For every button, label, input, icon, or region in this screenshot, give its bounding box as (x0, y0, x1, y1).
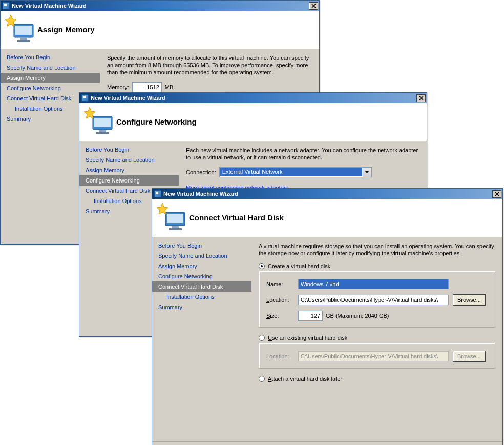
connection-dropdown[interactable]: External Virtual Network (219, 167, 372, 177)
wizard-header: Connect Virtual Hard Disk (152, 199, 502, 237)
step-summary[interactable]: Summary (152, 302, 251, 312)
create-vhd-group: Name: Location: Browse... Size: GB (Maxi… (259, 271, 495, 328)
memory-input[interactable] (132, 82, 162, 92)
step-configure-networking[interactable]: Configure Networking (152, 271, 251, 281)
wizard-icon (156, 203, 186, 232)
step-specify-name[interactable]: Specify Name and Location (79, 155, 179, 165)
radio-icon (259, 263, 265, 269)
wizard-header: Configure Networking (79, 103, 427, 141)
page-title: Assign Memory (37, 25, 95, 34)
existing-location-label: Location: (266, 353, 298, 359)
wizard-steps: Before You Begin Specify Name and Locati… (152, 237, 251, 441)
connection-label: onnection: (190, 169, 216, 175)
browse-button-disabled: Browse... (453, 351, 486, 362)
step-description: Specify the amount of memory to allocate… (107, 54, 312, 76)
wizard-icon (5, 15, 34, 44)
wizard-footer: < Previous Next > Finish Cancel (152, 441, 502, 445)
page-title: Connect Virtual Hard Disk (189, 213, 284, 222)
memory-label: emory: (112, 84, 129, 90)
step-configure-networking[interactable]: Configure Networking (79, 175, 179, 186)
existing-location-input (298, 351, 449, 361)
radio-existing-vhd[interactable]: Use an existing virtual hard disk (259, 335, 495, 341)
vhd-location-input[interactable] (298, 295, 449, 305)
step-description: Each new virtual machine includes a netw… (186, 147, 419, 161)
radio-later-label: ttach a virtual hard disk later (271, 376, 342, 382)
step-before-you-begin[interactable]: Before You Begin (152, 240, 251, 251)
wizard-window-vhd: New Virtual Machine Wizard Connect Virtu… (152, 188, 503, 445)
connection-value: External Virtual Network (220, 168, 362, 176)
memory-unit: MB (165, 84, 174, 90)
window-title: New Virtual Machine Wizard (91, 95, 416, 101)
step-assign-memory[interactable]: Assign Memory (1, 73, 100, 83)
radio-existing-label: se an existing virtual hard disk (272, 335, 347, 341)
radio-create-vhd[interactable]: Create a virtual hard disk (259, 263, 495, 269)
radio-icon (259, 376, 265, 382)
page-title: Configure Networking (116, 117, 197, 126)
window-title: New Virtual Machine Wizard (12, 3, 309, 9)
window-title: New Virtual Machine Wizard (163, 191, 492, 197)
titlebar[interactable]: New Virtual Machine Wizard (152, 189, 502, 199)
wizard-icon (83, 107, 113, 136)
step-connect-vhd[interactable]: Connect Virtual Hard Disk (152, 281, 251, 292)
chevron-down-icon[interactable] (363, 168, 371, 177)
app-icon (3, 2, 10, 9)
size-unit: GB (Maximum: 2040 GB) (326, 313, 389, 319)
titlebar[interactable]: New Virtual Machine Wizard (1, 1, 319, 11)
step-before-you-begin[interactable]: Before You Begin (1, 52, 100, 63)
location-label: ocation: (269, 297, 289, 303)
radio-attach-later[interactable]: Attach a virtual hard disk later (259, 376, 495, 382)
step-before-you-begin[interactable]: Before You Begin (79, 145, 179, 155)
titlebar[interactable]: New Virtual Machine Wizard (79, 93, 427, 103)
step-install-options[interactable]: Installation Options (152, 292, 251, 302)
step-specify-name[interactable]: Specify Name and Location (152, 251, 251, 261)
step-specify-name[interactable]: Specify Name and Location (1, 63, 100, 73)
vhd-name-input[interactable] (298, 279, 449, 289)
size-label: ize: (270, 313, 279, 319)
close-icon[interactable] (309, 2, 318, 10)
close-icon[interactable] (492, 190, 501, 198)
app-icon (154, 190, 161, 197)
existing-vhd-group: Location: Browse... (259, 343, 495, 369)
close-icon[interactable] (416, 94, 426, 102)
step-assign-memory[interactable]: Assign Memory (79, 165, 179, 175)
step-assign-memory[interactable]: Assign Memory (152, 261, 251, 271)
step-configure-networking[interactable]: Configure Networking (1, 83, 100, 93)
app-icon (81, 94, 89, 102)
name-label: me: (274, 281, 283, 287)
step-description: A virtual machine requires storage so th… (259, 242, 495, 257)
radio-icon (259, 335, 265, 341)
radio-create-label: reate a virtual hard disk (272, 263, 330, 269)
vhd-size-input[interactable] (298, 311, 323, 321)
wizard-header: Assign Memory (1, 11, 319, 49)
browse-button[interactable]: Browse... (453, 294, 486, 306)
